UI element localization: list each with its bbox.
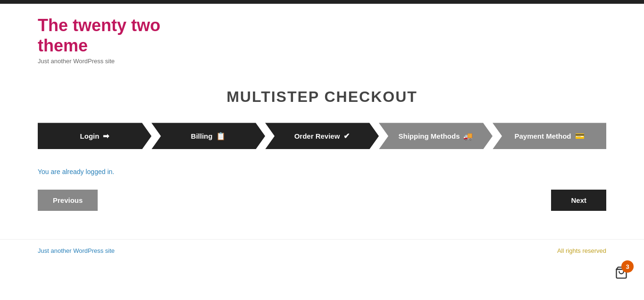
steps-container: Login ➡ Billing 📋 Order Review ✔ Shippin… <box>38 123 606 149</box>
main-content: MULTISTEP CHECKOUT Login ➡ Billing 📋 Ord… <box>0 74 644 230</box>
footer-left-text: Just another WordPress site <box>38 247 115 254</box>
logged-in-message: You are already logged in. <box>38 168 606 175</box>
step-payment-method[interactable]: Payment Method 💳 <box>493 123 606 149</box>
step-login-label: Login <box>80 132 100 140</box>
step-order-review-icon: ✔ <box>343 132 350 141</box>
footer: Just another WordPress site All rights r… <box>0 239 644 262</box>
cart-icon-wrap[interactable]: 3 <box>613 264 630 281</box>
site-tagline: Just another WordPress site <box>38 58 606 65</box>
step-shipping-icon: 🚚 <box>463 132 473 141</box>
logged-in-text: You are already logged in. <box>38 168 114 175</box>
previous-button[interactable]: Previous <box>38 190 98 211</box>
next-button[interactable]: Next <box>551 190 606 211</box>
step-billing[interactable]: Billing 📋 <box>151 123 265 149</box>
nav-buttons: Previous Next <box>38 190 606 211</box>
step-billing-icon: 📋 <box>216 132 226 141</box>
footer-right-text: All rights reserved <box>557 247 606 254</box>
site-title-line2: theme <box>38 36 88 55</box>
step-login-icon: ➡ <box>103 132 109 141</box>
header: The twenty two theme Just another WordPr… <box>0 4 644 74</box>
checkout-title: MULTISTEP CHECKOUT <box>38 88 606 106</box>
step-shipping-methods[interactable]: Shipping Methods 🚚 <box>379 123 493 149</box>
site-title: The twenty two theme <box>38 15 606 56</box>
step-order-review-label: Order Review <box>294 132 340 140</box>
site-title-line1: The twenty two <box>38 16 160 35</box>
step-order-review[interactable]: Order Review ✔ <box>265 123 379 149</box>
cart-count-badge: 3 <box>621 260 634 273</box>
step-payment-icon: 💳 <box>575 132 585 141</box>
cart-widget[interactable]: 3 <box>613 264 630 281</box>
step-login[interactable]: Login ➡ <box>38 123 151 149</box>
step-shipping-methods-label: Shipping Methods <box>399 132 460 140</box>
top-bar <box>0 0 644 4</box>
step-payment-method-label: Payment Method <box>514 132 571 140</box>
step-billing-label: Billing <box>191 132 213 140</box>
